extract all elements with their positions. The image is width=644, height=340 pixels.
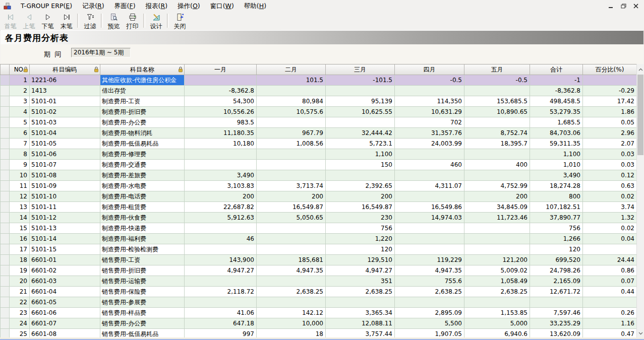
- cell[interactable]: 18: [10, 255, 30, 265]
- cell[interactable]: [326, 86, 395, 96]
- cell[interactable]: 1,685.5: [530, 117, 583, 128]
- vertical-scrollbar[interactable]: [636, 64, 644, 339]
- cell[interactable]: 5,912.63: [185, 213, 257, 223]
- cell[interactable]: 6601-02: [30, 265, 100, 276]
- cell[interactable]: 1,010: [530, 160, 583, 170]
- cell[interactable]: -0.5: [464, 75, 530, 86]
- column-header[interactable]: 二月: [257, 64, 326, 75]
- cell[interactable]: [326, 170, 395, 181]
- cell[interactable]: 4,947.35: [257, 265, 326, 276]
- cell[interactable]: 1,008.56: [257, 139, 326, 149]
- cell[interactable]: 4,947.35: [395, 265, 464, 276]
- cell[interactable]: 647.18: [185, 318, 257, 329]
- row-indicator[interactable]: [1, 255, 10, 265]
- cell[interactable]: 1221-06: [30, 75, 100, 86]
- cell[interactable]: [185, 75, 257, 86]
- cell[interactable]: [326, 117, 395, 128]
- cell[interactable]: 0.86: [583, 265, 637, 276]
- cell[interactable]: 3.74: [583, 202, 637, 213]
- cell[interactable]: 制造费用-低值易耗品: [100, 139, 185, 149]
- cell[interactable]: [464, 86, 530, 96]
- cell[interactable]: 2,638.25: [326, 287, 395, 297]
- cell[interactable]: 10,631.29: [395, 107, 464, 117]
- cell[interactable]: 16: [10, 234, 30, 244]
- cell[interactable]: 销售费用-工资: [100, 255, 185, 265]
- cell[interactable]: 6601-07: [30, 318, 100, 329]
- cell[interactable]: 销售费用-折旧费: [100, 265, 185, 276]
- cell[interactable]: 10,556.26: [185, 107, 257, 117]
- cell[interactable]: 10,000: [257, 318, 326, 329]
- cell[interactable]: 800: [530, 191, 583, 202]
- menu-item[interactable]: 报表(R): [141, 0, 172, 12]
- cell[interactable]: [395, 170, 464, 181]
- column-header[interactable]: 四月: [395, 64, 464, 75]
- cell[interactable]: 1,153.85: [464, 308, 530, 318]
- cell[interactable]: 19: [10, 265, 30, 276]
- row-indicator[interactable]: [1, 170, 10, 181]
- cell[interactable]: 10,890.65: [464, 107, 530, 117]
- row-indicator[interactable]: [1, 318, 10, 329]
- column-header[interactable]: 五月: [464, 64, 530, 75]
- cell[interactable]: 5101-11: [30, 202, 100, 213]
- cell[interactable]: 699,520: [530, 255, 583, 265]
- cell[interactable]: [530, 297, 583, 308]
- column-header[interactable]: 科目编码: [30, 64, 100, 75]
- cell[interactable]: [583, 244, 637, 255]
- cell[interactable]: 0.04: [583, 234, 637, 244]
- cell[interactable]: 制造费用-折旧费: [100, 107, 185, 117]
- cell[interactable]: 54,300: [185, 96, 257, 107]
- cell[interactable]: 5101-07: [30, 160, 100, 170]
- cell[interactable]: 0.07: [583, 276, 637, 287]
- cell[interactable]: [395, 86, 464, 96]
- cell[interactable]: 1,100: [326, 149, 395, 160]
- cell[interactable]: 23: [10, 308, 30, 318]
- scrollbar-thumb[interactable]: [637, 75, 643, 155]
- cell[interactable]: 5101-03: [30, 117, 100, 128]
- column-header[interactable]: 合计: [530, 64, 583, 75]
- minimize-icon[interactable]: [607, 3, 614, 10]
- cell[interactable]: 2,392.65: [326, 181, 395, 191]
- cell[interactable]: 5101-05: [30, 139, 100, 149]
- cell[interactable]: 6: [10, 128, 30, 139]
- menu-item[interactable]: T-GROUP ERP(E): [16, 0, 77, 12]
- cell[interactable]: 制造费用-租赁费: [100, 202, 185, 213]
- cell[interactable]: [257, 234, 326, 244]
- cell[interactable]: 5101-01: [30, 96, 100, 107]
- next-record-button[interactable]: 下笔: [38, 13, 57, 29]
- row-indicator[interactable]: [1, 86, 10, 96]
- column-header[interactable]: 百分比(%): [583, 64, 637, 75]
- cell[interactable]: 制造费用-福利费: [100, 234, 185, 244]
- restore-icon[interactable]: [620, 3, 627, 10]
- cell[interactable]: 制造费用-差旅费: [100, 170, 185, 181]
- cell[interactable]: 22,687.82: [185, 202, 257, 213]
- cell[interactable]: 33,235.29: [530, 318, 583, 329]
- cell[interactable]: 967.79: [257, 128, 326, 139]
- cell[interactable]: [257, 86, 326, 96]
- cell[interactable]: 6601-01: [30, 255, 100, 265]
- cell[interactable]: 755.6: [395, 276, 464, 287]
- cell[interactable]: 销售费用-参展费: [100, 297, 185, 308]
- cell[interactable]: 20: [10, 276, 30, 287]
- cell[interactable]: 4,947.27: [326, 265, 395, 276]
- cell[interactable]: 0.44: [583, 287, 637, 297]
- cell[interactable]: 9: [10, 160, 30, 170]
- cell[interactable]: 24: [10, 318, 30, 329]
- cell[interactable]: 2: [10, 86, 30, 96]
- cell[interactable]: [185, 276, 257, 287]
- cell[interactable]: 101.5: [257, 75, 326, 86]
- cell[interactable]: 107,182.51: [530, 202, 583, 213]
- cell[interactable]: 2.96: [583, 128, 637, 139]
- cell[interactable]: 5101-10: [30, 191, 100, 202]
- cell[interactable]: 5101-06: [30, 149, 100, 160]
- cell[interactable]: [185, 244, 257, 255]
- cell[interactable]: -101.5: [326, 75, 395, 86]
- cell[interactable]: -0.5: [395, 75, 464, 86]
- cell[interactable]: 制造费用-电话费: [100, 191, 185, 202]
- cell[interactable]: 34,845.09: [464, 202, 530, 213]
- cell[interactable]: 10,575.6: [257, 107, 326, 117]
- row-indicator[interactable]: [1, 308, 10, 318]
- cell[interactable]: 制造费用-工资: [100, 96, 185, 107]
- cell[interactable]: -0.29: [583, 86, 637, 96]
- cell[interactable]: 185,681: [257, 255, 326, 265]
- cell[interactable]: 8,752.74: [464, 128, 530, 139]
